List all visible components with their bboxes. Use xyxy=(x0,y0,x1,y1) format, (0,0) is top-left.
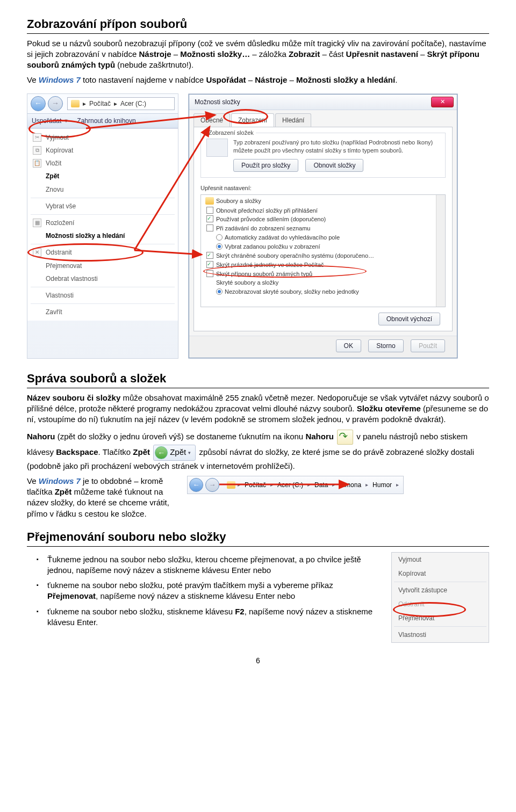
back-button-inline: ← Zpět ▾ xyxy=(153,445,196,461)
ctx-properties[interactable]: Vlastnosti xyxy=(392,628,489,642)
folder-options-dialog-screenshot: Možnosti složky ✕ Obecné Zobrazení Hledá… xyxy=(188,93,458,359)
cut-icon: ✂ xyxy=(33,133,41,142)
heading-display-extensions: Zobrazování přípon souborů xyxy=(27,16,489,34)
menu-undo[interactable]: Zpět xyxy=(27,170,178,183)
chevron-down-icon: ▾ xyxy=(188,450,191,456)
rename-step-2: ťukneme na soubor nebo složku, poté prav… xyxy=(47,580,382,602)
breadcrumb-chevron: ▸ xyxy=(114,99,117,108)
heading-rename: Přejmenování souboru nebo složky xyxy=(27,529,489,547)
layout-icon: ▦ xyxy=(33,219,41,227)
breadcrumb-drive[interactable]: Acer (C:) xyxy=(120,99,146,108)
menu-copy[interactable]: ⧉Kopírovat xyxy=(27,144,178,157)
breadcrumb-seg[interactable]: ▸ xyxy=(83,99,86,108)
screenshots-container: ← → ▸ Počítač ▸ Acer (C:) Uspořádat ▼ Za… xyxy=(27,93,489,359)
ctx-cut[interactable]: Vyjmout xyxy=(392,553,489,567)
breadcrumb-humor[interactable]: Humor xyxy=(370,480,394,490)
reset-folders-button[interactable]: Obnovit složky xyxy=(305,159,363,172)
organize-dropdown-menu: ✂Vyjmout ⧉Kopírovat 📋Vložit Zpět Znovu V… xyxy=(27,128,178,321)
menu-delete[interactable]: ✕Odstranit xyxy=(27,246,178,259)
rename-step-3: ťukneme na soubor nebo složku, stiskneme… xyxy=(47,606,382,628)
folder-view-description: Typ zobrazení používaný pro tuto složku … xyxy=(233,139,440,155)
nav-back-icon[interactable]: ← xyxy=(189,478,203,492)
menu-layout[interactable]: ▦Rozložení xyxy=(27,216,178,229)
menu-cut[interactable]: ✂Vyjmout xyxy=(27,131,178,144)
menu-redo[interactable]: Znovu xyxy=(27,183,178,196)
folder-view-icon xyxy=(206,139,228,157)
cancel-button[interactable]: Storno xyxy=(368,339,403,352)
delete-icon: ✕ xyxy=(33,248,41,257)
apply-to-folders-button[interactable]: Použít pro složky xyxy=(233,159,298,172)
rename-step-1: Ťukneme jednou na soubor nebo složku, kt… xyxy=(47,554,382,576)
nav-forward-icon[interactable]: → xyxy=(205,478,219,492)
breadcrumb-simona[interactable]: Simona xyxy=(337,480,363,490)
advanced-settings-label: Upřesnit nastavení: xyxy=(200,184,446,192)
advanced-settings-tree[interactable]: Soubory a složky Obnovit předchozí složk… xyxy=(200,194,446,307)
paragraph-name-length: Název souboru či složky může obsahovat m… xyxy=(27,393,489,425)
heading-file-management: Správa souborů a složek xyxy=(27,371,489,388)
nav-back-icon[interactable]: ← xyxy=(31,96,46,111)
folder-icon xyxy=(71,100,80,107)
folder-icon xyxy=(205,197,214,205)
scrollbar[interactable] xyxy=(436,195,445,307)
folder-view-groupbox: Zobrazení složek Typ zobrazení používaný… xyxy=(200,133,446,178)
explorer-organize-menu-screenshot: ← → ▸ Počítač ▸ Acer (C:) Uspořádat ▼ Za… xyxy=(27,93,178,359)
apply-button[interactable]: Použít xyxy=(411,339,445,352)
tab-search[interactable]: Hledání xyxy=(275,113,311,127)
menu-rename[interactable]: Přejmenovat xyxy=(27,259,178,272)
chevron-down-icon: ▼ xyxy=(63,118,68,124)
paragraph-navigate-up: Nahoru (zpět do složky o jednu úroveň vý… xyxy=(27,430,489,472)
menu-folder-options[interactable]: Možnosti složky a hledání xyxy=(27,229,178,242)
menu-paste[interactable]: 📋Vložit xyxy=(27,157,178,170)
up-folder-icon xyxy=(337,430,353,445)
ctx-copy[interactable]: Kopírovat xyxy=(392,567,489,581)
ctx-create-shortcut[interactable]: Vytvořit zástupce xyxy=(392,583,489,597)
menu-remove-properties[interactable]: Odebrat vlastnosti xyxy=(27,272,178,285)
paragraph-win7-breadcrumb: Ve Windows 7 je to obdobné – kromě tlačí… xyxy=(27,476,177,519)
organize-button[interactable]: Uspořádat ▼ xyxy=(32,117,68,125)
tab-view[interactable]: Zobrazení xyxy=(231,113,274,127)
paragraph-windows7-note: Ve Windows 7 toto nastavení najdeme v na… xyxy=(27,75,489,85)
context-menu-screenshot: Vyjmout Kopírovat Vytvořit zástupce Odst… xyxy=(391,552,489,643)
tab-general[interactable]: Obecné xyxy=(194,113,230,127)
breadcrumb-computer[interactable]: Počítač xyxy=(242,480,268,490)
breadcrumb-drive[interactable]: Acer (C:) xyxy=(275,480,305,490)
back-arrow-icon: ← xyxy=(155,446,168,459)
ok-button[interactable]: OK xyxy=(336,339,361,352)
dialog-close-button[interactable]: ✕ xyxy=(431,97,454,107)
menu-close[interactable]: Zavřít xyxy=(27,306,178,318)
page-number: 6 xyxy=(27,656,489,666)
breadcrumb-computer[interactable]: Počítač xyxy=(89,99,111,108)
copy-icon: ⧉ xyxy=(33,146,41,155)
paste-icon: 📋 xyxy=(33,159,41,168)
restore-defaults-button[interactable]: Obnovit výchozí xyxy=(378,313,440,325)
include-library-button[interactable]: Zahrnout do knihovn xyxy=(77,117,135,125)
paragraph-extensions-intro: Pokud se u názvů souborů nezobrazují pří… xyxy=(27,38,489,71)
ctx-rename[interactable]: Přejmenovat xyxy=(392,611,489,625)
nav-forward-icon[interactable]: → xyxy=(48,96,63,111)
breadcrumb-data[interactable]: Data xyxy=(312,480,330,490)
breadcrumb-screenshot: ← → ▸ Počítač▸ Acer (C:)▸ Data▸ Simona▸ … xyxy=(187,476,404,494)
dialog-title: Možnosti složky xyxy=(189,95,457,110)
rename-steps-list: Ťukneme jednou na soubor nebo složku, kt… xyxy=(27,554,382,633)
ctx-delete[interactable]: Odstranit xyxy=(392,597,489,611)
menu-properties[interactable]: Vlastnosti xyxy=(27,289,178,302)
folder-icon xyxy=(227,481,235,489)
menu-select-all[interactable]: Vybrat vše xyxy=(27,200,178,213)
